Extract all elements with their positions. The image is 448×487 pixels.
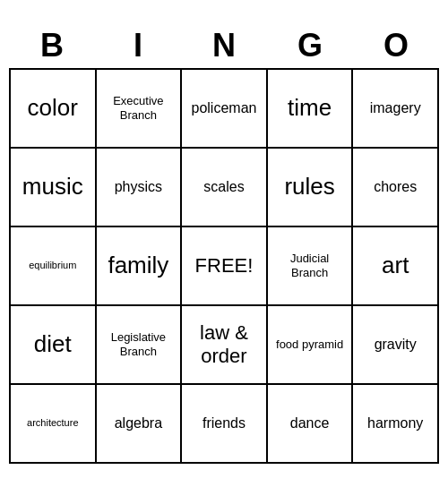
cell-content: gravity (375, 336, 417, 353)
cell-content: harmony (367, 414, 423, 431)
cell-content: music (22, 173, 83, 201)
cell-content: Executive Branch (100, 94, 177, 122)
cell-2-1: family (97, 227, 183, 306)
cell-4-2: friends (182, 385, 268, 464)
cell-3-2: law & order (182, 306, 268, 385)
header-letter: I (95, 23, 181, 68)
cell-content: Judicial Branch (271, 252, 349, 279)
cell-0-3: time (268, 70, 354, 149)
bingo-header: BINGO (9, 23, 439, 68)
cell-0-2: policeman (182, 70, 268, 149)
cell-2-2: FREE! (182, 227, 268, 306)
cell-1-2: scales (182, 149, 268, 227)
cell-content: dance (290, 414, 330, 431)
cell-4-0: architecture (11, 385, 97, 464)
cell-3-3: food pyramid (268, 306, 354, 385)
cell-2-0: equilibrium (11, 227, 97, 306)
cell-content: food pyramid (276, 337, 343, 352)
cell-content: friends (202, 414, 246, 431)
header-letter: G (267, 23, 353, 68)
cell-1-4: chores (353, 149, 439, 227)
cell-content: diet (34, 330, 72, 358)
cell-content: family (108, 252, 168, 279)
cell-content: imagery (370, 99, 421, 116)
cell-4-1: algebra (97, 385, 183, 464)
cell-content: FREE! (195, 254, 254, 278)
cell-3-0: diet (11, 306, 97, 385)
cell-2-3: Judicial Branch (268, 227, 354, 306)
cell-content: color (28, 94, 78, 122)
cell-content: Legislative Branch (100, 330, 177, 358)
cell-content: policeman (192, 99, 257, 116)
bingo-card: BINGO colorExecutive Branchpolicemantime… (9, 23, 439, 464)
cell-1-3: rules (268, 149, 354, 227)
cell-content: physics (115, 178, 162, 195)
bingo-grid: colorExecutive Branchpolicemantimeimager… (9, 68, 439, 464)
cell-0-4: imagery (353, 70, 439, 149)
cell-content: chores (374, 178, 417, 195)
cell-0-0: color (11, 70, 97, 149)
cell-content: architecture (27, 417, 78, 429)
cell-content: equilibrium (29, 260, 76, 271)
cell-content: scales (203, 178, 244, 195)
cell-1-1: physics (97, 149, 183, 227)
cell-content: algebra (115, 414, 162, 431)
cell-content: law & order (185, 321, 263, 369)
cell-4-3: dance (268, 385, 354, 464)
header-letter: B (9, 23, 95, 68)
cell-content: art (382, 252, 409, 279)
header-letter: N (181, 23, 267, 68)
cell-1-0: music (11, 149, 97, 227)
cell-3-1: Legislative Branch (97, 306, 183, 385)
cell-content: time (288, 94, 332, 122)
cell-3-4: gravity (353, 306, 439, 385)
cell-2-4: art (353, 227, 439, 306)
cell-content: rules (284, 173, 334, 201)
header-letter: O (353, 23, 439, 68)
cell-0-1: Executive Branch (97, 70, 183, 149)
cell-4-4: harmony (353, 385, 439, 464)
